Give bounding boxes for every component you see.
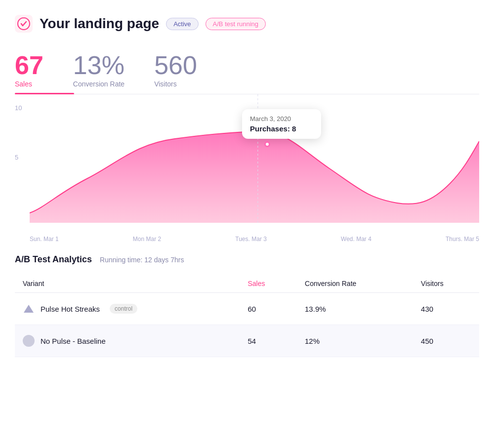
x-label-1: Mon Mar 2 [133,236,161,243]
sales-label: Sales [15,80,43,88]
ab-table: Variant Sales Conversion Rate Visitors P… [15,275,479,357]
control-badge: control [110,304,137,314]
ab-header: A/B Test Analytics Running time: 12 days… [15,254,479,265]
visitors-cell: 450 [413,325,479,357]
table-row: No Pulse - Baseline5412%450 [15,325,479,357]
visitors-label: Visitors [154,80,197,88]
stat-sales: 67 Sales [15,52,43,88]
page-container: Your landing page Active A/B test runnin… [0,0,494,375]
status-badge-active: Active [166,18,198,30]
variant-cell: Pulse Hot Streakscontrol [15,293,240,325]
chart-container: 10 5 March 3, 2020 Purchases: 8 [15,94,479,243]
ab-running-time: Running time: 12 days 7hrs [100,256,184,264]
chart-x-labels: Sun. Mar 1 Mon Mar 2 Tues. Mar 3 Wed. Ma… [30,236,479,243]
page-header: Your landing page Active A/B test runnin… [15,10,479,42]
triangle-icon [23,303,35,315]
page-title: Your landing page [40,16,159,32]
conversion-cell: 13.9% [297,293,413,325]
variant-name: Pulse Hot Streaks [41,305,100,313]
tooltip-date: March 3, 2020 [250,115,313,122]
stat-conversion: 13% Conversion Rate [73,52,124,88]
sales-value: 67 [15,52,43,78]
col-header-conversion: Conversion Rate [297,275,413,293]
table-header-row: Variant Sales Conversion Rate Visitors [15,275,479,293]
y-label-5: 5 [15,154,18,161]
tooltip-number: 8 [292,124,296,133]
col-header-variant: Variant [15,275,240,293]
variant-name: No Pulse - Baseline [41,337,106,345]
chart-tooltip: March 3, 2020 Purchases: 8 [242,109,321,139]
conversion-cell: 12% [297,325,413,357]
tooltip-label: Purchases: [250,124,290,133]
variant-cell: No Pulse - Baseline [15,325,240,357]
conversion-value: 13% [73,52,124,78]
circle-icon [23,335,35,347]
ab-title: A/B Test Analytics [15,254,92,265]
col-header-visitors: Visitors [413,275,479,293]
col-header-sales: Sales [240,275,297,293]
x-label-4: Thurs. Mar 5 [446,236,479,243]
conversion-label: Conversion Rate [73,80,124,88]
sales-cell: 60 [240,293,297,325]
visitors-value: 560 [154,52,197,78]
svg-marker-2 [24,305,34,313]
visitors-cell: 430 [413,293,479,325]
status-badge-ab: A/B test running [206,18,266,30]
x-label-3: Wed. Mar 4 [341,236,371,243]
x-label-2: Tues. Mar 3 [235,236,267,243]
stat-visitors: 560 Visitors [154,52,197,88]
chart-tooltip-dot [264,141,270,147]
sales-cell: 54 [240,325,297,357]
tooltip-value: Purchases: 8 [250,124,313,133]
table-row: Pulse Hot Streakscontrol6013.9%430 [15,293,479,325]
logo-icon [15,15,33,33]
x-label-0: Sun. Mar 1 [30,236,59,243]
stats-row: 67 Sales 13% Conversion Rate 560 Visitor… [15,42,479,93]
ab-section: A/B Test Analytics Running time: 12 days… [15,243,479,365]
y-label-10: 10 [15,104,22,112]
